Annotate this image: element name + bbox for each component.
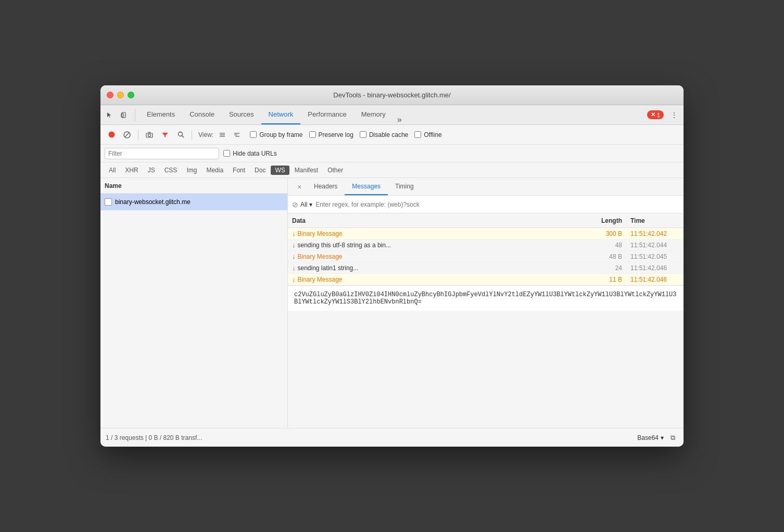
type-btn-doc[interactable]: Doc [250, 166, 270, 175]
svg-line-4 [125, 133, 129, 137]
detail-tab-headers[interactable]: Headers [307, 178, 345, 195]
request-file-icon [105, 198, 112, 206]
detail-tab-messages[interactable]: Messages [345, 178, 388, 195]
offline-label: Offline [424, 131, 441, 138]
disable-cache-label: Disable cache [369, 131, 408, 138]
message-row[interactable]: ↓ sending this utf-8 string as a bin... … [288, 239, 684, 251]
tab-badge-area: ✕ 1 ⋮ [647, 109, 680, 121]
format-dropdown-arrow-icon: ▾ [661, 434, 664, 441]
list-view-button[interactable] [216, 128, 229, 142]
filterbar: Hide data URLs [100, 145, 684, 162]
requests-header: Name [100, 178, 287, 194]
message-row[interactable]: ↓ Binary Message 11 B 11:51:42.046 [288, 274, 684, 285]
messages-table-header: Data Length Time [288, 213, 684, 228]
type-btn-manifest[interactable]: Manifest [290, 166, 322, 175]
message-row[interactable]: ↓ Binary Message 48 B 11:51:42.045 [288, 251, 684, 262]
request-row[interactable]: binary-websocket.glitch.me [100, 194, 287, 210]
statusbar-right: Base64 ▾ ⧉ [637, 432, 678, 444]
binary-content: c2VuZGluZyB0aGlzIHV0Zi04IHN0cmluZyBhcyBh… [288, 285, 684, 311]
detail-tabs: × Headers Messages Timing [288, 178, 684, 196]
disable-cache-checkbox[interactable] [360, 131, 366, 138]
messages-filter-label: All [300, 201, 307, 208]
group-by-frame-label: Group by frame [259, 131, 302, 138]
tabbar-icons [104, 109, 135, 121]
clear-button[interactable] [120, 128, 134, 142]
error-badge[interactable]: ✕ 1 [647, 110, 664, 119]
type-btn-font[interactable]: Font [229, 166, 249, 175]
hide-urls-label: Hide data URLs [233, 150, 277, 157]
dropdown-arrow-icon: ▾ [309, 201, 312, 208]
arrow-down-icon-3: ↓ [292, 252, 296, 260]
message-row[interactable]: ↓ Binary Message 300 B 11:51:42.042 [288, 228, 684, 239]
preserve-log-group: Preserve log [309, 131, 353, 138]
more-menu-icon[interactable]: ⋮ [668, 109, 680, 121]
svg-point-2 [108, 132, 115, 138]
tab-elements[interactable]: Elements [140, 105, 182, 124]
offline-checkbox[interactable] [414, 131, 421, 138]
close-detail-button[interactable]: × [292, 178, 307, 195]
detail-panel: × Headers Messages Timing ⊘ All ▾ Data L… [288, 178, 684, 428]
msg-time-1: 11:51:42.042 [626, 230, 684, 237]
type-btn-media[interactable]: Media [202, 166, 227, 175]
hide-urls-group: Hide data URLs [223, 150, 277, 157]
msg-text-1: Binary Message [298, 230, 343, 237]
group-by-frame-checkbox[interactable] [250, 131, 257, 138]
traffic-lights [107, 92, 134, 98]
detail-tab-timing[interactable]: Timing [388, 178, 421, 195]
cursor-icon[interactable] [104, 109, 116, 121]
type-btn-ws[interactable]: WS [271, 166, 289, 175]
messages-filter-dropdown[interactable]: ⊘ All ▾ [292, 200, 312, 209]
device-icon[interactable] [118, 109, 131, 121]
format-label: Base64 [637, 434, 659, 441]
msg-data-1: ↓ Binary Message [288, 229, 579, 238]
toolbar-divider-1 [138, 130, 138, 140]
filter-button[interactable] [158, 128, 172, 142]
tabs: Elements Console Sources Network Perform… [140, 105, 406, 124]
regex-input[interactable] [315, 201, 679, 208]
tab-performance[interactable]: Performance [300, 105, 353, 124]
svg-point-7 [178, 132, 182, 136]
type-btn-other[interactable]: Other [323, 166, 347, 175]
msg-length-1: 300 B [579, 230, 626, 237]
toolbar: View: Group by frame [100, 125, 684, 145]
copy-button[interactable]: ⧉ [667, 432, 678, 444]
msg-length-2: 48 [579, 242, 626, 249]
tree-view-button[interactable] [230, 128, 244, 142]
requests-panel: Name binary-websocket.glitch.me [100, 178, 288, 428]
type-btn-all[interactable]: All [105, 166, 120, 175]
type-btn-xhr[interactable]: XHR [121, 166, 142, 175]
tab-network[interactable]: Network [261, 105, 301, 124]
svg-point-6 [148, 134, 151, 136]
type-btn-js[interactable]: JS [144, 166, 159, 175]
msg-time-5: 11:51:42.046 [626, 276, 684, 283]
search-button[interactable] [174, 128, 187, 142]
statusbar-text: 1 / 3 requests | 0 B / 820 B transf... [106, 434, 202, 441]
format-select[interactable]: Base64 ▾ [637, 434, 664, 441]
message-row[interactable]: ↓ sending latin1 string... 24 11:51:42.0… [288, 262, 684, 274]
msg-time-4: 11:51:42.046 [626, 264, 684, 272]
close-button[interactable] [107, 92, 113, 98]
error-x-icon: ✕ [651, 111, 655, 118]
request-name: binary-websocket.glitch.me [115, 198, 191, 206]
preserve-log-checkbox[interactable] [309, 131, 316, 138]
maximize-button[interactable] [128, 92, 134, 98]
window-title: DevTools - binary-websocket.glitch.me/ [333, 91, 450, 99]
col-header-data: Data [288, 217, 579, 224]
type-btn-css[interactable]: CSS [160, 166, 182, 175]
tab-memory[interactable]: Memory [354, 105, 393, 124]
tab-more[interactable]: » [393, 115, 406, 124]
camera-button[interactable] [143, 128, 156, 142]
msg-data-3: ↓ Binary Message [288, 251, 579, 261]
minimize-button[interactable] [117, 92, 124, 98]
messages-filter: ⊘ All ▾ [288, 196, 684, 213]
svg-line-8 [182, 136, 184, 138]
hide-urls-checkbox[interactable] [223, 150, 230, 157]
msg-data-2: ↓ sending this utf-8 string as a bin... [288, 240, 579, 250]
filter-input[interactable] [105, 148, 219, 159]
view-label: View: [198, 131, 213, 138]
tab-sources[interactable]: Sources [222, 105, 261, 124]
type-btn-img[interactable]: Img [182, 166, 201, 175]
tab-console[interactable]: Console [182, 105, 222, 124]
record-button[interactable] [105, 128, 118, 142]
view-buttons [216, 128, 244, 142]
